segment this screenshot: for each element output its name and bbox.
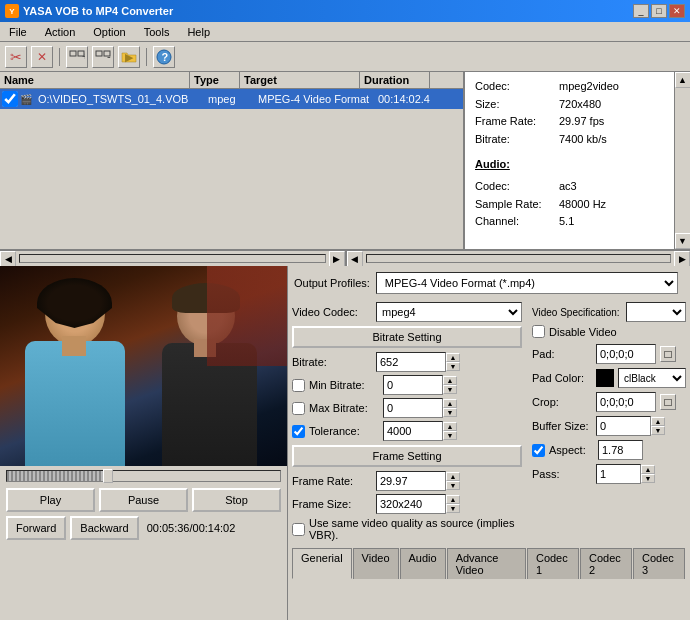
- tolerance-checkbox[interactable]: [292, 425, 305, 438]
- tool-scissors[interactable]: ✂: [5, 46, 27, 68]
- tab-general[interactable]: Generial: [292, 548, 352, 579]
- output-profiles-select[interactable]: MPEG-4 Video Format (*.mp4): [376, 272, 678, 294]
- tab-codec2[interactable]: Codec 2: [580, 548, 632, 579]
- pad-input[interactable]: [596, 344, 656, 364]
- crop-button[interactable]: □: [660, 394, 676, 410]
- framesize-input[interactable]: [376, 494, 446, 514]
- pad-color-label: Pad Color:: [532, 372, 592, 384]
- tolerance-spin-down[interactable]: ▼: [443, 431, 457, 440]
- bottom-section: Play Pause Stop Forward Backward 00:05:3…: [0, 266, 690, 620]
- pad-color-box[interactable]: [596, 369, 614, 387]
- tab-codec1[interactable]: Codec 1: [527, 548, 579, 579]
- codec-label: Codec:: [475, 78, 555, 96]
- framesize-spin-up[interactable]: ▲: [446, 495, 460, 504]
- framerate-input[interactable]: [376, 471, 446, 491]
- bitrate-setting-btn[interactable]: Bitrate Setting: [292, 326, 522, 348]
- disable-video-checkbox[interactable]: [532, 325, 545, 338]
- seek-fill: [7, 471, 103, 481]
- video-spec-select[interactable]: [626, 302, 686, 322]
- tab-audio[interactable]: Audio: [400, 548, 446, 579]
- backward-button[interactable]: Backward: [70, 516, 138, 540]
- frame-setting-btn[interactable]: Frame Setting: [292, 445, 522, 467]
- crop-input[interactable]: [596, 392, 656, 412]
- max-bitrate-input[interactable]: [383, 398, 443, 418]
- framerate-field-label: Frame Rate:: [292, 475, 372, 487]
- menu-bar: File Action Option Tools Help: [0, 22, 690, 42]
- aspect-input[interactable]: [598, 440, 643, 460]
- min-bitrate-spin-down[interactable]: ▼: [443, 385, 457, 394]
- v-scrollbar[interactable]: ▲ ▼: [674, 72, 690, 249]
- hscroll-right-arrow-left[interactable]: ◀: [347, 251, 363, 267]
- min-bitrate-input[interactable]: [383, 375, 443, 395]
- right-col: Video Specification: Disable Video Pad: …: [526, 302, 686, 544]
- menu-file[interactable]: File: [5, 24, 31, 40]
- pass-spin-down[interactable]: ▼: [641, 474, 655, 483]
- seek-bar[interactable]: [6, 470, 281, 482]
- forward-button[interactable]: Forward: [6, 516, 66, 540]
- pass-spin-up[interactable]: ▲: [641, 465, 655, 474]
- pad-button[interactable]: □: [660, 346, 676, 362]
- play-button[interactable]: Play: [6, 488, 95, 512]
- tool-delete[interactable]: ✕: [31, 46, 53, 68]
- tolerance-input[interactable]: [383, 421, 443, 441]
- min-bitrate-row: Min Bitrate: ▲ ▼: [292, 375, 522, 395]
- codec-value: mpeg2video: [559, 78, 619, 96]
- pass-input[interactable]: [596, 464, 641, 484]
- channel-value: 5.1: [559, 213, 574, 231]
- framerate-spin-up[interactable]: ▲: [446, 472, 460, 481]
- bitrate-row: Bitrate: 652 ▲ ▼: [292, 352, 522, 372]
- framesize-spin-down[interactable]: ▼: [446, 504, 460, 513]
- table-row[interactable]: 🎬 O:\VIDEO_TSWTS_01_4.VOB mpeg MPEG-4 Vi…: [0, 89, 463, 109]
- aspect-label: Aspect:: [549, 444, 594, 456]
- buffer-spin-down[interactable]: ▼: [651, 426, 665, 435]
- tab-advance-video[interactable]: Advance Video: [447, 548, 526, 579]
- disable-video-label: Disable Video: [549, 326, 617, 338]
- aspect-checkbox[interactable]: [532, 444, 545, 457]
- tool-help[interactable]: ?: [153, 46, 175, 68]
- menu-option[interactable]: Option: [89, 24, 129, 40]
- same-quality-label: Use same video quality as source (implie…: [309, 517, 522, 541]
- col-header-target[interactable]: Target: [240, 72, 360, 88]
- vscroll-up[interactable]: ▲: [675, 72, 691, 88]
- hscroll-left-arrow-right[interactable]: ▶: [329, 251, 345, 267]
- tool-remove[interactable]: -: [92, 46, 114, 68]
- col-header-type[interactable]: Type: [190, 72, 240, 88]
- seek-thumb[interactable]: [103, 469, 113, 483]
- bitrate-spin-down[interactable]: ▼: [446, 362, 460, 371]
- bitrate-input[interactable]: 652: [376, 352, 446, 372]
- menu-help[interactable]: Help: [183, 24, 214, 40]
- close-button[interactable]: ✕: [669, 4, 685, 18]
- menu-tools[interactable]: Tools: [140, 24, 174, 40]
- maximize-button[interactable]: □: [651, 4, 667, 18]
- video-codec-select[interactable]: mpeg4: [376, 302, 522, 322]
- left-col: Video Codec: mpeg4 Bitrate Setting Bitra…: [292, 302, 522, 544]
- tolerance-spin-up[interactable]: ▲: [443, 422, 457, 431]
- pause-button[interactable]: Pause: [99, 488, 188, 512]
- minimize-button[interactable]: _: [633, 4, 649, 18]
- max-bitrate-spin-down[interactable]: ▼: [443, 408, 457, 417]
- menu-action[interactable]: Action: [41, 24, 80, 40]
- max-bitrate-checkbox[interactable]: [292, 402, 305, 415]
- col-header-duration[interactable]: Duration: [360, 72, 430, 88]
- max-bitrate-spin-up[interactable]: ▲: [443, 399, 457, 408]
- tool-folder[interactable]: ▶: [118, 46, 140, 68]
- pad-color-select[interactable]: clBlack: [618, 368, 686, 388]
- min-bitrate-checkbox[interactable]: [292, 379, 305, 392]
- framesize-spinner: ▲ ▼: [446, 495, 460, 513]
- hscroll-left-arrow-left[interactable]: ◀: [0, 251, 16, 267]
- video-codec-label: Video Codec:: [292, 306, 372, 318]
- row-checkbox[interactable]: [2, 91, 18, 107]
- tab-video[interactable]: Video: [353, 548, 399, 579]
- bitrate-spin-up[interactable]: ▲: [446, 353, 460, 362]
- buffer-size-input[interactable]: [596, 416, 651, 436]
- tab-codec3[interactable]: Codec 3: [633, 548, 685, 579]
- stop-button[interactable]: Stop: [192, 488, 281, 512]
- buffer-spin-up[interactable]: ▲: [651, 417, 665, 426]
- hscroll-right-arrow-right[interactable]: ▶: [674, 251, 690, 267]
- vscroll-down[interactable]: ▼: [675, 233, 691, 249]
- framerate-spin-down[interactable]: ▼: [446, 481, 460, 490]
- tool-add[interactable]: +: [66, 46, 88, 68]
- min-bitrate-spin-up[interactable]: ▲: [443, 376, 457, 385]
- same-quality-checkbox[interactable]: [292, 523, 305, 536]
- col-header-name[interactable]: Name: [0, 72, 190, 88]
